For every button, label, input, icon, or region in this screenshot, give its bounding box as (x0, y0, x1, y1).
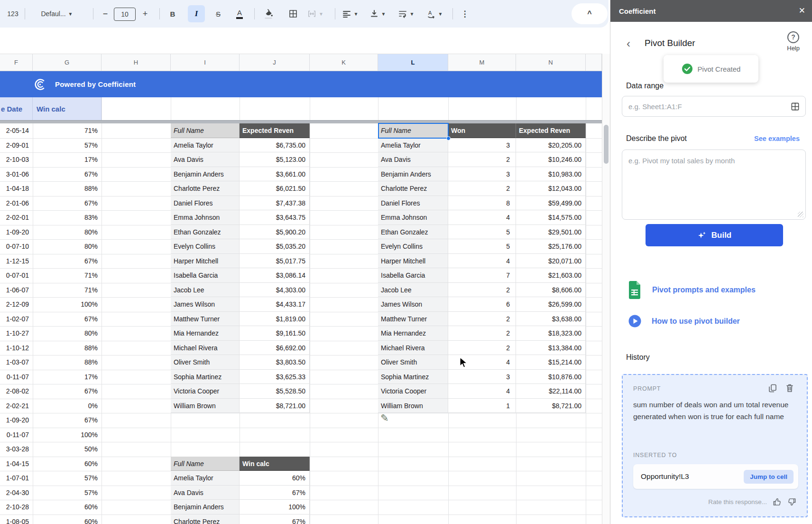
cell-I3-header[interactable]: Full Name (171, 123, 240, 138)
cell-N5[interactable]: $10,246.00 (516, 152, 586, 167)
header-cell-close-date[interactable]: e Date (0, 97, 33, 120)
cell-M8[interactable]: 8 (448, 196, 516, 210)
text-color-button[interactable]: A (231, 0, 248, 28)
cell-I9[interactable]: Emma Johnson (171, 210, 240, 225)
cell-G17[interactable]: 80% (33, 326, 102, 341)
cell-F23[interactable]: 1-09-20 (0, 413, 33, 428)
cell-G21[interactable]: 67% (33, 384, 102, 399)
cell-I16[interactable]: Matthew Turner (171, 312, 240, 326)
cell-J6[interactable]: $3,661.00 (240, 167, 310, 181)
text-wrap-button[interactable]: ▼ (397, 0, 415, 28)
cell-J21[interactable]: $5,528.50 (240, 384, 310, 399)
cell-I19[interactable]: Oliver Smith (171, 355, 240, 370)
cell-N13[interactable]: $21,603.00 (516, 268, 586, 283)
cell-I6[interactable]: Benjamin Anders (171, 167, 240, 181)
cell-F10[interactable]: 1-09-20 (0, 225, 33, 239)
column-header-K[interactable]: K (310, 54, 378, 71)
cell-L6[interactable]: Benjamin Anders (378, 167, 448, 181)
cell-L10[interactable]: Ethan Gonzalez (378, 225, 448, 239)
cell-N9[interactable]: $14,575.00 (516, 210, 586, 225)
fill-color-button[interactable] (260, 0, 277, 28)
cell-I26-header[interactable]: Full Name (171, 457, 240, 471)
cell-J4[interactable]: $6,735.00 (240, 138, 310, 152)
text-rotation-button[interactable]: A ▼ (425, 0, 444, 28)
cell-F6[interactable]: 3-01-06 (0, 167, 33, 181)
cell-L14[interactable]: Jacob Lee (378, 283, 448, 297)
thumbs-down-icon[interactable] (787, 497, 796, 506)
cell-J11[interactable]: $5,035.20 (240, 239, 310, 254)
cell-F28[interactable]: 2-04-30 (0, 486, 33, 500)
cell-G10[interactable]: 80% (33, 225, 102, 239)
cell-M7[interactable]: 2 (448, 181, 516, 196)
cell-F12[interactable]: 1-12-15 (0, 254, 33, 268)
cell-I18[interactable]: Michael Rivera (171, 341, 240, 355)
cell-N21[interactable]: $22,114.00 (516, 384, 586, 399)
cell-N8[interactable]: $59,499.00 (516, 196, 586, 210)
vertical-scrollbar[interactable] (602, 54, 610, 524)
select-range-grid-icon[interactable] (791, 102, 800, 111)
cell-N19[interactable]: $15,214.00 (516, 355, 586, 370)
cell-J9[interactable]: $3,643.75 (240, 210, 310, 225)
cell-F14[interactable]: 1-06-07 (0, 283, 33, 297)
cell-I4[interactable]: Amelia Taylor (171, 138, 240, 152)
copy-icon[interactable] (768, 384, 777, 393)
cell-N11[interactable]: $25,176.00 (516, 239, 586, 254)
cell-L11[interactable]: Evelyn Collins (378, 239, 448, 254)
cell-G30[interactable]: 60% (33, 515, 102, 524)
cell-N14[interactable]: $8,606.00 (516, 283, 586, 297)
selection-fill-handle[interactable] (446, 136, 451, 140)
cell-J30[interactable]: 67% (240, 515, 310, 524)
cell-F18[interactable]: 1-10-12 (0, 341, 33, 355)
cell-J18[interactable]: $6,692.00 (240, 341, 310, 355)
cell-I11[interactable]: Evelyn Collins (171, 239, 240, 254)
cell-M3-header[interactable]: Won (448, 123, 516, 138)
font-size-input[interactable]: 10 (114, 8, 136, 21)
cell-F26[interactable]: 1-04-15 (0, 457, 33, 471)
cell-J5[interactable]: $5,123.00 (240, 152, 310, 167)
cell-G14[interactable]: 71% (33, 283, 102, 297)
cell-M21[interactable]: 4 (448, 384, 516, 399)
cell-N7[interactable]: $12,043.00 (516, 181, 586, 196)
cell-J20[interactable]: $3,625.33 (240, 370, 310, 384)
cell-L12[interactable]: Harper Mitchell (378, 254, 448, 268)
cell-G16[interactable]: 67% (33, 312, 102, 326)
trash-icon[interactable] (785, 383, 794, 393)
cell-G5[interactable]: 17% (33, 152, 102, 167)
cell-J17[interactable]: $9,161.50 (240, 326, 310, 341)
cell-J12[interactable]: $5,017.75 (240, 254, 310, 268)
header-cell-win-calc[interactable]: Win calc (33, 97, 102, 120)
cell-G25[interactable]: 50% (33, 442, 102, 457)
cell-G15[interactable]: 100% (33, 297, 102, 312)
cell-L21[interactable]: Victoria Cooper (378, 384, 448, 399)
cell-J16[interactable]: $1,819.00 (240, 312, 310, 326)
scrollbar-thumb[interactable] (604, 125, 609, 164)
cell-F3[interactable]: 2-05-14 (0, 123, 33, 138)
cell-L13[interactable]: Isabella Garcia (378, 268, 448, 283)
back-chevron-icon[interactable]: ‹ (627, 38, 630, 49)
cell-F29[interactable]: 2-10-28 (0, 500, 33, 515)
cell-L20[interactable]: Sophia Martinez (378, 370, 448, 384)
cell-M4[interactable]: 3 (448, 138, 516, 152)
cell-I22[interactable]: William Brown (171, 399, 240, 413)
cell-I15[interactable]: James Wilson (171, 297, 240, 312)
column-header-H[interactable]: H (102, 54, 171, 71)
cell-M20[interactable]: 3 (448, 370, 516, 384)
cell-G8[interactable]: 67% (33, 196, 102, 210)
cell-F30[interactable]: 1-08-05 (0, 515, 33, 524)
cell-N17[interactable]: $18,323.00 (516, 326, 586, 341)
cell-J29[interactable]: 100% (240, 500, 310, 515)
cell-L22[interactable]: William Brown (378, 399, 448, 413)
cell-I28[interactable]: Ava Davis (171, 486, 240, 500)
cell-J3-header[interactable]: Expected Reven (240, 123, 310, 138)
pivot-prompts-link[interactable]: Pivot prompts and examples (627, 281, 756, 299)
see-examples-link[interactable]: See examples (754, 135, 800, 142)
cell-N10[interactable]: $29,501.00 (516, 225, 586, 239)
cell-F5[interactable]: 2-10-03 (0, 152, 33, 167)
merge-cells-button[interactable]: ▼ (307, 0, 323, 28)
cell-M22[interactable]: 1 (448, 399, 516, 413)
edit-pencil-icon[interactable]: ✎ (380, 412, 389, 424)
cell-F27[interactable]: 1-07-01 (0, 471, 33, 486)
cell-M13[interactable]: 7 (448, 268, 516, 283)
cell-M17[interactable]: 2 (448, 326, 516, 341)
column-header-I[interactable]: I (171, 54, 240, 71)
